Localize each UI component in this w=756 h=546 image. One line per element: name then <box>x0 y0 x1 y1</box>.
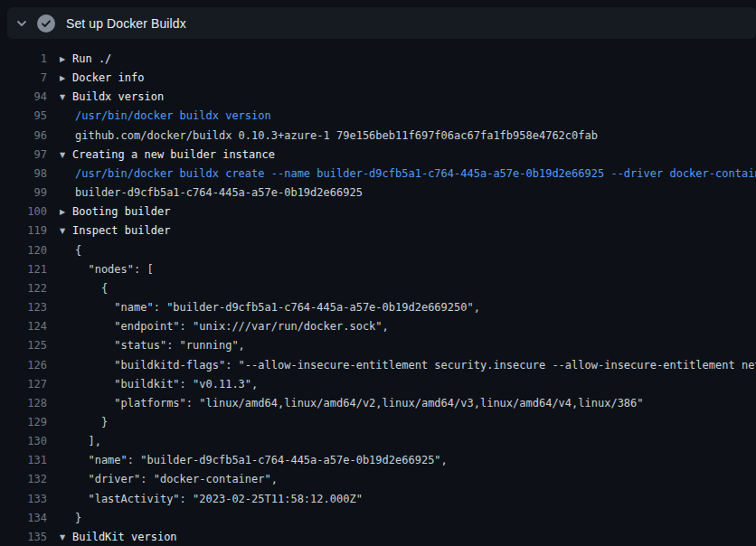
log-line-text: "buildkitd-flags": "--allow-insecure-ent… <box>75 359 756 372</box>
log-container: 1 ▶Run ./ 7 ▶Docker info 94 ▼Buildx vers… <box>0 39 756 546</box>
log-line: 130 ], <box>0 432 756 451</box>
log-output-line: "platforms": "linux/amd64,linux/amd64/v2… <box>60 394 644 413</box>
log-group-header[interactable]: ▶Run ./ <box>60 50 111 69</box>
group-toggle-icon: ▶ <box>60 69 72 88</box>
log-output-line: "status": "running", <box>60 336 245 355</box>
log-command-line: /usr/bin/docker buildx create --name bui… <box>60 165 756 184</box>
check-circle-icon <box>37 14 55 33</box>
log-output-line: "buildkit": "v0.11.3", <box>60 375 258 394</box>
log-line-text: /usr/bin/docker buildx create --name bui… <box>75 167 756 180</box>
log-line-text: Creating a new builder instance <box>72 148 275 161</box>
log-line-text: Booting builder <box>72 205 170 218</box>
group-toggle-icon: ▶ <box>60 50 72 69</box>
step-title: Set up Docker Buildx <box>66 16 186 31</box>
log-output-line: { <box>60 241 81 260</box>
log-output-line: "buildkitd-flags": "--allow-insecure-ent… <box>60 356 756 375</box>
log-line: 96 github.com/docker/buildx 0.10.3+azure… <box>0 127 756 146</box>
log-output-line: { <box>60 279 108 298</box>
log-output-line: "endpoint": "unix:///var/run/docker.sock… <box>60 317 389 336</box>
log-group-header[interactable]: ▶Docker info <box>60 69 144 88</box>
log-output-line: "driver": "docker-container", <box>60 470 278 489</box>
log-group-header[interactable]: ▼Buildx version <box>60 88 164 107</box>
log-line: 95 /usr/bin/docker buildx version <box>0 107 756 126</box>
line-number[interactable]: 122 <box>0 279 47 298</box>
log-line: 123 "name": "builder-d9cfb5a1-c764-445a-… <box>0 298 756 317</box>
line-number[interactable]: 127 <box>0 375 47 394</box>
line-number[interactable]: 1 <box>0 50 47 69</box>
log-output-line: } <box>60 509 81 528</box>
log-line-text: builder-d9cfb5a1-c764-445a-a57e-0b19d2e6… <box>75 186 363 199</box>
log-line: 120 { <box>0 241 756 260</box>
line-number[interactable]: 134 <box>0 509 47 528</box>
log-line: 124 "endpoint": "unix:///var/run/docker.… <box>0 317 756 336</box>
log-command-line: /usr/bin/docker buildx version <box>60 107 271 126</box>
log-line-text: "buildkit": "v0.11.3", <box>75 378 258 391</box>
line-number[interactable]: 129 <box>0 413 47 432</box>
line-number[interactable]: 98 <box>0 165 47 184</box>
log-line-text: { <box>75 282 108 295</box>
log-line-text: } <box>75 416 108 428</box>
log-line: 128 "platforms": "linux/amd64,linux/amd6… <box>0 394 756 413</box>
group-toggle-icon: ▶ <box>60 202 72 221</box>
log-line-text: ], <box>75 435 101 447</box>
log-line-text: Buildx version <box>72 90 164 103</box>
log-group-header[interactable]: ▼BuildKit version <box>60 528 177 546</box>
log-line-text: Run ./ <box>72 52 111 65</box>
log-line: 98 /usr/bin/docker buildx create --name … <box>0 165 756 184</box>
step-header[interactable]: Set up Docker Buildx <box>7 7 756 39</box>
line-number[interactable]: 126 <box>0 356 47 375</box>
log-line-text: "lastActivity": "2023-02-25T11:58:12.000… <box>75 493 363 505</box>
log-group-header[interactable]: ▼Inspect builder <box>60 221 170 240</box>
line-number[interactable]: 99 <box>0 184 47 202</box>
log-group-header[interactable]: ▼Creating a new builder instance <box>60 146 275 165</box>
line-number[interactable]: 120 <box>0 241 47 260</box>
log-line-text: BuildKit version <box>72 531 177 543</box>
line-number[interactable]: 135 <box>0 528 47 546</box>
line-number[interactable]: 132 <box>0 470 47 489</box>
log-line-text: "platforms": "linux/amd64,linux/amd64/v2… <box>75 397 644 410</box>
log-output-line: "lastActivity": "2023-02-25T11:58:12.000… <box>60 490 363 509</box>
log-line: 119 ▼Inspect builder <box>0 221 756 240</box>
log-line-text: github.com/docker/buildx 0.10.3+azure-1 … <box>75 129 598 142</box>
log-output-line: builder-d9cfb5a1-c764-445a-a57e-0b19d2e6… <box>60 184 363 202</box>
line-number[interactable]: 119 <box>0 221 47 240</box>
log-line-text: "nodes": [ <box>75 263 154 276</box>
group-toggle-icon: ▼ <box>60 146 72 165</box>
group-toggle-icon: ▼ <box>60 88 72 107</box>
line-number[interactable]: 124 <box>0 317 47 336</box>
line-number[interactable]: 133 <box>0 490 47 509</box>
chevron-down-icon[interactable] <box>16 18 27 29</box>
line-number[interactable]: 121 <box>0 260 47 279</box>
log-line: 100 ▶Booting builder <box>0 202 756 221</box>
log-output-line: } <box>60 413 108 432</box>
line-number[interactable]: 130 <box>0 432 47 451</box>
log-line: 99 builder-d9cfb5a1-c764-445a-a57e-0b19d… <box>0 184 756 202</box>
log-line-text: "endpoint": "unix:///var/run/docker.sock… <box>75 320 389 333</box>
line-number[interactable]: 100 <box>0 202 47 221</box>
log-line-text: } <box>75 512 81 524</box>
line-number[interactable]: 123 <box>0 298 47 317</box>
log-output-line: "name": "builder-d9cfb5a1-c764-445a-a57e… <box>60 451 448 470</box>
log-line: 134 } <box>0 509 756 528</box>
line-number[interactable]: 95 <box>0 107 47 126</box>
line-number[interactable]: 131 <box>0 451 47 470</box>
log-line: 1 ▶Run ./ <box>0 50 756 69</box>
line-number[interactable]: 94 <box>0 88 47 107</box>
line-number[interactable]: 125 <box>0 336 47 355</box>
group-toggle-icon: ▼ <box>60 221 72 240</box>
line-number[interactable]: 7 <box>0 69 47 88</box>
log-line-text: { <box>75 244 81 257</box>
log-line: 133 "lastActivity": "2023-02-25T11:58:12… <box>0 490 756 509</box>
log-line: 97 ▼Creating a new builder instance <box>0 146 756 165</box>
log-line: 131 "name": "builder-d9cfb5a1-c764-445a-… <box>0 451 756 470</box>
log-line-text: "status": "running", <box>75 339 245 352</box>
log-line: 129 } <box>0 413 756 432</box>
log-group-header[interactable]: ▶Booting builder <box>60 202 170 221</box>
log-line: 132 "driver": "docker-container", <box>0 470 756 489</box>
line-number[interactable]: 97 <box>0 146 47 165</box>
log-line-text: "name": "builder-d9cfb5a1-c764-445a-a57e… <box>75 454 448 466</box>
log-output-line: github.com/docker/buildx 0.10.3+azure-1 … <box>60 127 598 146</box>
log-line: 125 "status": "running", <box>0 336 756 355</box>
line-number[interactable]: 96 <box>0 127 47 146</box>
line-number[interactable]: 128 <box>0 394 47 413</box>
